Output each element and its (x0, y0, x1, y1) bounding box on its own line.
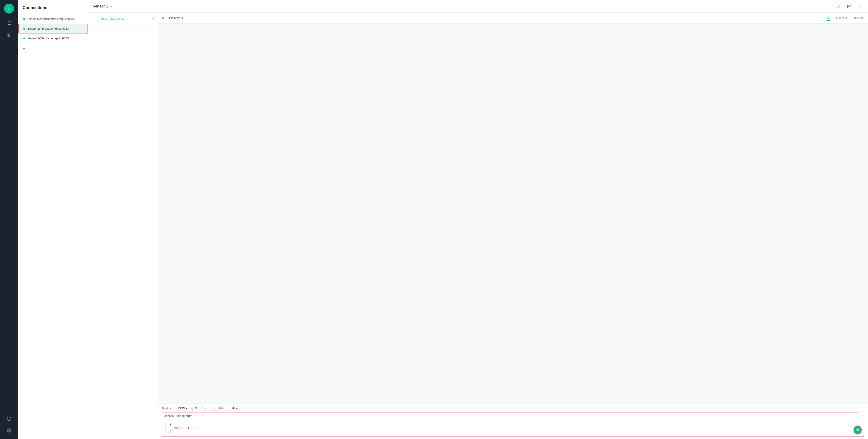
page-title: Sensor 1 (93, 4, 108, 8)
publish-button[interactable] (854, 426, 862, 434)
payload-type-dot (162, 17, 164, 19)
retain-label: Retain (217, 407, 224, 410)
connection-item-label: Simple Demo@broker.emqx.io:8083 (27, 17, 84, 21)
connection-status-dot (23, 28, 25, 30)
payload-line-1: 1 { (164, 423, 862, 426)
nav-connections-icon[interactable] (4, 18, 14, 28)
messages-toolbar: Plaintext ▾ All Received Published (158, 13, 868, 24)
payload-format-selector[interactable]: JSON ▾ (176, 406, 189, 411)
publisher-area: Payload: JSON ▾ QoS: 0 ▾ Retain (158, 403, 868, 439)
payload-line-2: 2 "msg": "17.2"| (164, 426, 862, 430)
payload-label: Payload: (162, 407, 174, 410)
meta-button[interactable]: Meta (229, 406, 240, 411)
payload-format-dropdown-icon: ▾ (186, 407, 187, 410)
qos-selector[interactable]: 0 ▾ (200, 406, 208, 411)
add-icon: + (23, 46, 25, 51)
connection-item-sensor1[interactable]: Sensor 1@broker.emqx.io:8083 (18, 24, 88, 33)
nav-copy-icon[interactable] (4, 30, 14, 40)
connection-item-simple-demo[interactable]: Simple Demo@broker.emqx.io:8083 (18, 14, 88, 24)
sidebar-nav: × (0, 0, 18, 439)
title-dropdown-icon[interactable]: ▾ (111, 4, 112, 8)
main-content: Sensor 1 ▾ (88, 0, 868, 439)
power-button[interactable] (835, 3, 842, 10)
add-connection-button[interactable]: + (18, 43, 88, 54)
topbar-actions (835, 3, 864, 10)
connection-status-dot (23, 18, 25, 20)
qos-label: QoS: (191, 407, 198, 410)
connections-panel: Connections Simple Demo@broker.emqx.io:8… (18, 0, 88, 439)
topbar: Sensor 1 ▾ (88, 0, 868, 13)
subscriptions-toolbar: + + New Subscription (88, 13, 158, 26)
payload-editor-container[interactable]: 1 { 2 "msg": "17.2"| 3 } (162, 421, 864, 437)
tab-received[interactable]: Received (835, 15, 847, 21)
messages-tabs: All Received Published (827, 15, 864, 21)
payload-format-value: JSON (178, 407, 185, 410)
payload-type-label: Plaintext (169, 16, 181, 20)
payload-type-dropdown-icon: ▾ (182, 16, 183, 20)
tab-published[interactable]: Published (851, 15, 864, 21)
subscriptions-filter-icon[interactable] (150, 17, 154, 22)
publisher-topic-row (162, 412, 864, 419)
new-subscription-button[interactable]: + + New Subscription (92, 16, 127, 22)
svg-point-6 (859, 6, 859, 6)
publisher-toolbar: Payload: JSON ▾ QoS: 0 ▾ Retain (162, 406, 864, 411)
svg-point-7 (860, 6, 860, 6)
retain-button[interactable]: Retain (210, 406, 227, 411)
payload-type-selector[interactable]: Plaintext ▾ (167, 15, 186, 21)
connection-item-label: Sensor 1@broker.emqx.io:8083 (27, 27, 84, 30)
nav-settings-icon[interactable] (4, 426, 14, 435)
connection-item-sensor2[interactable]: Sensor 2@broker.emqx.io:8083 (18, 33, 88, 43)
messages-list (158, 24, 868, 403)
connection-status-dot (23, 37, 25, 39)
retain-checkbox (213, 407, 216, 410)
topic-expand-icon[interactable] (861, 414, 864, 418)
content-split: + + New Subscription Plaintext ▾ (88, 13, 868, 439)
qos-value: 0 (202, 407, 204, 410)
app-logo[interactable]: × (4, 4, 14, 13)
svg-rect-0 (9, 34, 11, 37)
payload-line-3: 3 } (164, 430, 862, 433)
qos-dropdown-icon: ▾ (205, 407, 206, 410)
meta-label: Meta (231, 407, 238, 410)
tab-all[interactable]: All (827, 15, 830, 21)
new-subscription-label: + New Subscription (98, 18, 124, 21)
plus-icon: + (95, 18, 97, 21)
connection-item-label: Sensor 2@broker.emqx.io:8083 (27, 37, 84, 40)
nav-info-icon[interactable] (4, 414, 14, 424)
edit-button[interactable] (845, 3, 852, 10)
messages-area: Plaintext ▾ All Received Published Paylo… (158, 13, 868, 439)
publisher-body: 1 { 2 "msg": "17.2"| 3 } (162, 421, 864, 437)
svg-point-4 (9, 430, 10, 431)
more-button[interactable] (856, 3, 864, 10)
topic-input[interactable] (162, 412, 859, 419)
connections-header: Connections (18, 0, 88, 14)
subscriptions-panel: + + New Subscription (88, 13, 158, 439)
